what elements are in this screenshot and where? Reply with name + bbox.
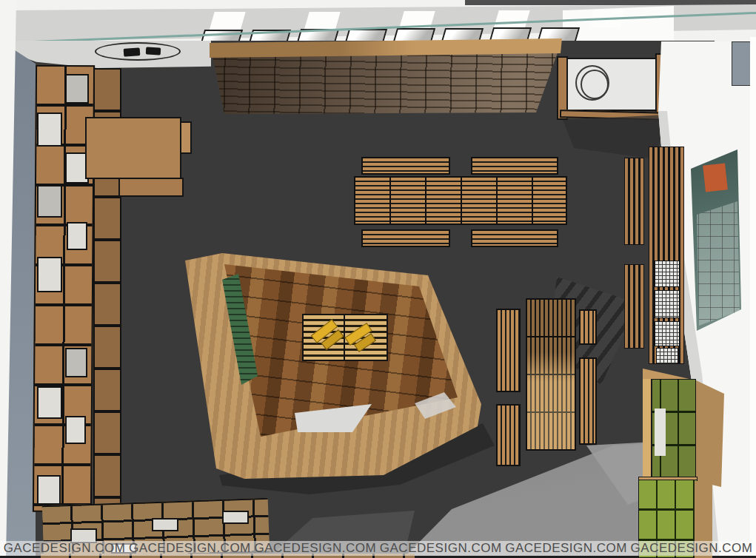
low-shelf-white-box bbox=[222, 511, 249, 524]
watermark-text: GACEDESIGN.COM bbox=[254, 541, 376, 556]
study-bench bbox=[579, 309, 597, 345]
watermark-text: GACEDESIGN.COM bbox=[4, 541, 126, 556]
shelf-hatch-box bbox=[655, 290, 680, 318]
shelf-box-gray bbox=[37, 185, 62, 218]
watermark-bar: GACEDESIGN.COM GACEDESIGN.COM GACEDESIGN… bbox=[0, 541, 756, 556]
reception-desk-extension bbox=[118, 178, 184, 197]
shelf-box-white bbox=[67, 222, 87, 250]
shelf-box-white bbox=[65, 416, 86, 444]
watermark-text: GACEDESIGN.COM bbox=[505, 541, 627, 556]
shelf-hatch-box bbox=[656, 348, 678, 364]
cabinet-round-unit-inner bbox=[581, 70, 609, 99]
reading-bench bbox=[361, 157, 450, 175]
reception-desk bbox=[85, 117, 181, 179]
table-light-overlay bbox=[527, 300, 575, 449]
artwork-orange-block bbox=[703, 164, 728, 192]
low-shelf-white-box bbox=[152, 518, 178, 531]
slat-bookshelf bbox=[624, 264, 644, 349]
rug-seat bbox=[146, 47, 161, 55]
reading-bench bbox=[471, 157, 558, 175]
window-glow bbox=[209, 12, 245, 31]
reception-desk-side bbox=[180, 121, 192, 154]
shelf-box-gray bbox=[65, 348, 87, 377]
watermark-text: GACEDESIGN.COM bbox=[380, 541, 502, 556]
interior-render-scene: GACEDESIGN.COM GACEDESIGN.COM GACEDESIGN… bbox=[0, 0, 756, 558]
study-bench bbox=[496, 309, 521, 392]
shelf-hatch-box bbox=[655, 321, 680, 346]
study-bench bbox=[496, 404, 521, 466]
shelf-box-white bbox=[37, 257, 62, 292]
table-dividers bbox=[355, 178, 566, 223]
watermark-text: GACEDESIGN.COM bbox=[129, 541, 251, 556]
study-table bbox=[526, 298, 576, 451]
shelf-hatch-box bbox=[655, 260, 680, 287]
watermark-text: GACEDESIGN.COM bbox=[631, 541, 753, 556]
slat-bookshelf bbox=[624, 158, 644, 245]
rug-seat bbox=[124, 47, 141, 57]
shelf-box-white bbox=[37, 475, 61, 505]
reading-table bbox=[354, 176, 567, 225]
study-bench bbox=[579, 357, 597, 445]
locker-wood-column bbox=[643, 379, 652, 481]
shelf-box-white bbox=[37, 386, 62, 419]
reading-bench bbox=[471, 229, 558, 247]
shelf-box-gray bbox=[65, 74, 89, 104]
wall-edge-right bbox=[750, 37, 756, 558]
locker-white-box bbox=[655, 409, 666, 456]
top-dark-strip bbox=[465, 0, 756, 5]
shelf-box-white bbox=[37, 112, 62, 147]
reading-bench bbox=[361, 229, 450, 247]
